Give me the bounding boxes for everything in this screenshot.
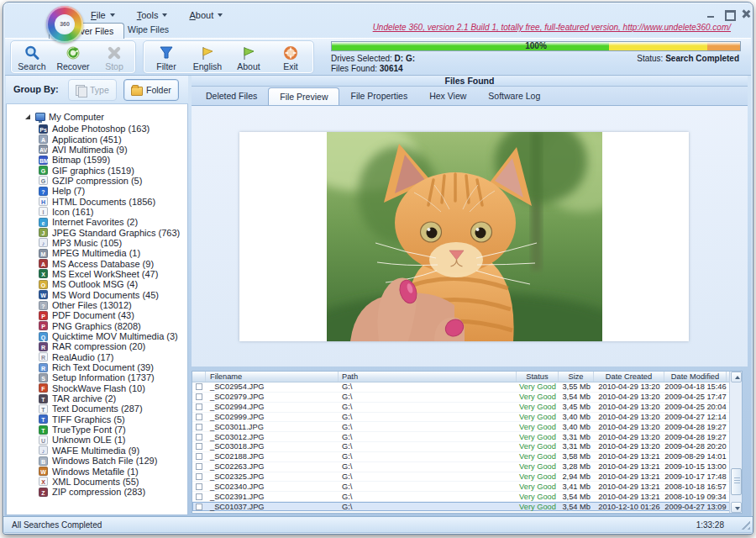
tree-item-gif-graphics[interactable]: GGIF graphics (1519) [39,165,187,175]
tree-item-windows-metafile[interactable]: WWindows Metafile (1) [39,466,187,476]
row-checkbox[interactable] [196,434,202,440]
about-button[interactable]: About [229,43,268,72]
tree-item-setup-information[interactable]: SSetup Information (1737) [39,372,187,382]
tree-item-mpeg-multimedia[interactable]: MMPEG Multimedia (1) [39,248,187,258]
tab-file-properties[interactable]: File Properties [339,87,418,105]
scroll-down-icon[interactable] [731,502,742,513]
version-link[interactable]: Undelete 360, version 2.1 Build 1, total… [353,23,731,32]
table-row-sc02340-jpg[interactable]: _SC02340.JPGG:\Very Good3,41 Mb2010-04-2… [192,482,730,492]
tree-item-bitmap[interactable]: BMBitmap (1599) [39,155,187,165]
tree-item-unknown-ole[interactable]: UUnknown OLE (1) [39,435,187,445]
row-checkbox[interactable] [196,463,202,470]
table-row-sc02999-jpg[interactable]: _SC02999.JPGG:\Very Good3,40 Mb2010-04-2… [192,413,730,423]
tab-file-preview[interactable]: File Preview [268,87,339,105]
row-checkbox[interactable] [196,393,202,400]
tree-item-rich-text-document[interactable]: RRich Text Document (39) [39,362,187,372]
tree-item-adobe-photoshop[interactable]: PsAdobe Photoshop (163) [39,124,187,134]
tree-item-pdf-document[interactable]: PPDF Document (43) [39,310,187,320]
language-button[interactable]: English [188,43,227,72]
tree-item-icon[interactable]: IIcon (161) [39,207,187,217]
tree-item-ms-access-database[interactable]: AMS Access Database (9) [39,258,187,268]
tree-root-my-computer[interactable]: My Computer [25,112,187,122]
scrollbar-thumb[interactable] [731,468,742,495]
tree-item-other-files[interactable]: ?Other Files (13012) [39,300,187,310]
column-header-status[interactable]: Status [517,372,559,382]
tree-item-jpeg-standard-graphics[interactable]: JJPEG Standard Graphics (763) [39,227,187,237]
minimize-button[interactable] [706,9,717,18]
tree-item-text-documents[interactable]: TText Documents (287) [39,404,187,414]
table-row-sc03018-jpg[interactable]: _SC03018.JPGG:\Very Good3,31 Mb2010-04-2… [192,442,730,452]
column-header-filename[interactable]: Filename [206,372,339,382]
row-checkbox[interactable] [196,473,202,480]
tab-deleted-files[interactable]: Deleted Files [195,87,268,105]
exit-button[interactable]: Exit [271,43,310,72]
tree-item-internet-favorites[interactable]: eInternet Favorites (2) [39,217,187,227]
tab-software-log[interactable]: Software Log [477,87,551,105]
row-checkbox[interactable] [196,414,202,420]
row-checkbox[interactable] [196,443,202,450]
tree-item-xml-documents[interactable]: XXML Documents (55) [39,477,187,487]
close-button[interactable] [741,9,752,18]
row-path: G:\ [339,393,517,401]
table-row-sc02263-jpg[interactable]: _SC02263.JPGG:\Very Good3,28 Mb2010-04-2… [192,462,730,472]
tree-item-rar-compression[interactable]: RRAR compression (20) [39,341,187,351]
row-checkbox[interactable] [196,383,202,390]
tree-item-wafe-multimedia[interactable]: ♪WAFE Multimedia (9) [39,446,187,456]
tree-item-tar-archive[interactable]: TTAR archive (2) [39,393,187,404]
tree-item-shockwave-flash[interactable]: FShockWave Flash (10) [39,383,187,393]
tree-item-png-graphics[interactable]: PPNG Graphics (8208) [39,321,187,331]
tab-hex-view[interactable]: Hex View [418,87,477,105]
row-path: G:\ [339,472,517,481]
tree-item-mp3-music[interactable]: ♪MP3 Music (105) [39,238,187,248]
tree-item-windows-batch-file[interactable]: BWindows Batch File (129) [39,456,187,466]
menu-file[interactable]: File [91,10,115,20]
row-checkbox[interactable] [196,504,202,510]
outlook-file-icon: O [39,280,48,289]
table-row-sc02391-jpg[interactable]: _SC02391.JPGG:\Very Good3,54 Mb2010-04-2… [192,492,730,502]
table-scrollbar[interactable] [729,372,742,513]
tree-item-avi-multimedia[interactable]: AVAVI Multimedia (9) [39,145,187,155]
table-row-sc02994-jpg[interactable]: _SC02994.JPGG:\Very Good3,45 Mb2010-04-2… [192,403,730,413]
menu-about[interactable]: About [189,10,223,20]
table-row-sc02325-jpg[interactable]: _SC02325.JPGG:\Very Good2,94 Mb2010-04-2… [192,472,730,483]
tree-item-gzip-compression[interactable]: GGZIP compression (5) [39,176,187,186]
tree-item-tiff-graphics[interactable]: TTIFF Graphics (5) [39,414,187,425]
group-by-folder-button[interactable]: Folder [123,79,179,101]
resize-grip[interactable] [741,520,750,530]
column-header-date-modified[interactable]: Date Modified [664,372,727,382]
tree-item-label: XML Documents (55) [52,477,139,487]
row-checkbox[interactable] [196,483,202,490]
search-button[interactable]: Search [13,43,51,72]
tree-item-html-documents[interactable]: HHTML Documents (1856) [39,196,187,206]
tab-wipe-files[interactable]: Wipe Files [128,24,169,34]
tree-item-ms-excel-worksheet[interactable]: XMS Excel WorkSheet (47) [39,269,187,279]
filter-button[interactable]: Filter [147,43,186,72]
tree-item-help[interactable]: ?Help (7) [39,186,187,196]
column-header-size[interactable]: Size [559,372,594,382]
maximize-button[interactable] [723,9,734,18]
table-row-sc03011-jpg[interactable]: _SC03011.JPGG:\Very Good3,40 Mb2010-04-2… [192,422,730,432]
row-checkbox[interactable] [196,453,202,460]
row-status: Very Good [517,382,559,391]
menu-tools[interactable]: Tools [137,10,168,20]
tree-item-zip-compression[interactable]: ZZIP compression (283) [39,487,187,497]
scroll-up-icon[interactable] [731,372,742,382]
table-row-sc02979-jpg[interactable]: _SC02979.JPGG:\Very Good3,54 Mb2010-04-2… [192,393,730,403]
tree-item-realaudio[interactable]: RRealAudio (17) [39,352,187,362]
row-checkbox[interactable] [196,493,202,500]
tree-expander-icon[interactable] [25,114,30,119]
tree-item-ms-outlook-msg[interactable]: OMS Outlook MSG (4) [39,279,187,289]
table-row-sc01037-jpg[interactable]: _SC01037.JPGG:\Very Good3,54 Mb2010-12-1… [192,502,730,512]
tree-item-quicktime-mov-multimedia[interactable]: QQuicktime MOV Multimedia (3) [39,331,187,341]
tree-item-ms-word-documents[interactable]: WMS Word Documents (45) [39,290,187,300]
row-checkbox[interactable] [196,404,202,410]
column-header-path[interactable]: Path [339,372,517,382]
table-row-sc02954-jpg[interactable]: _SC02954.JPGG:\Very Good3,55 Mb2010-04-2… [192,382,730,393]
table-row-sc02188-jpg[interactable]: _SC02188.JPGG:\Very Good3,58 Mb2010-04-2… [192,452,730,462]
table-row-sc03012-jpg[interactable]: _SC03012.JPGG:\Very Good3,31 Mb2010-04-2… [192,432,730,442]
recover-button[interactable]: Recover [54,43,92,72]
tree-item-truetype-font[interactable]: TTrueType Font (7) [39,425,187,435]
column-header-date-created[interactable]: Date Created [594,372,664,382]
row-checkbox[interactable] [196,424,202,430]
tree-item-application[interactable]: AApplication (451) [39,134,187,144]
